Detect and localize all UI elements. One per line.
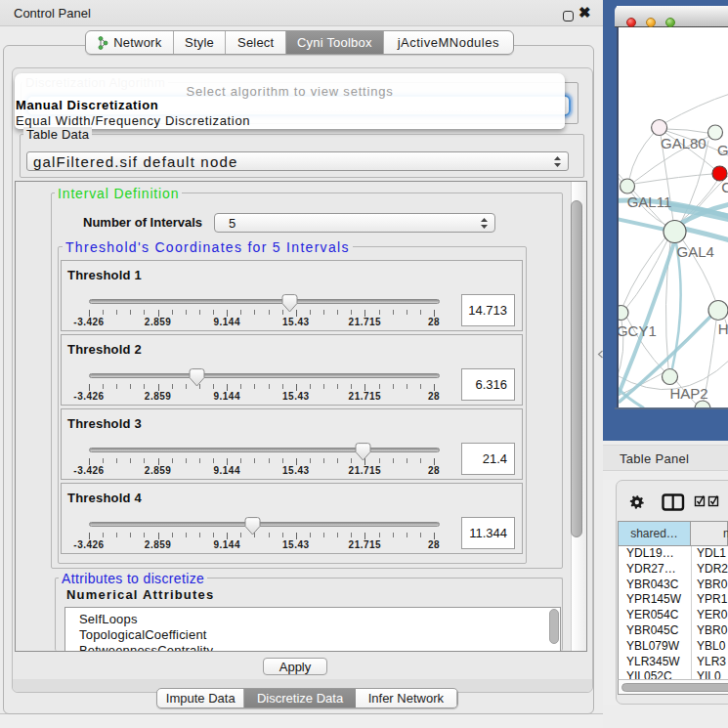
svg-text:GAL4: GAL4	[677, 243, 714, 260]
svg-text:HAP2: HAP2	[670, 385, 708, 402]
svg-text:G.: G.	[717, 142, 728, 158]
svg-text:GCY1: GCY1	[619, 322, 657, 339]
svg-text:C: C	[721, 179, 728, 195]
svg-text:GAL80: GAL80	[661, 135, 707, 151]
svg-text:GAL11: GAL11	[627, 193, 672, 210]
svg-text:H: H	[718, 321, 728, 337]
